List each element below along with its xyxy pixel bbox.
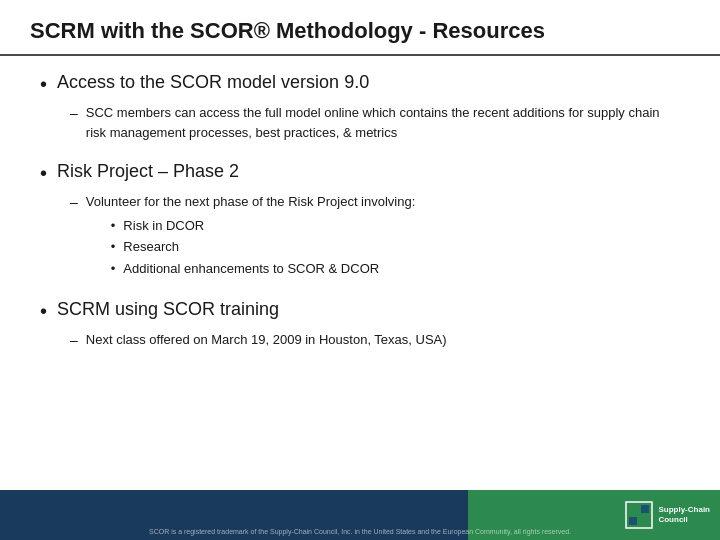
slide-footer: SCOR is a registered trademark of the Su…: [0, 490, 720, 540]
bullet-dot-1: •: [40, 71, 47, 97]
nested-dot-2-1: •: [111, 216, 116, 236]
bullet-text-2: Risk Project – Phase 2: [57, 160, 239, 183]
sub-text-2-1: Volunteer for the next phase of the Risk…: [86, 194, 416, 209]
bullet-item-3: • SCRM using SCOR training – Next class …: [40, 298, 680, 351]
slide-title: SCRM with the SCOR® Methodology - Resour…: [30, 18, 690, 44]
svg-rect-1: [629, 505, 637, 513]
slide: SCRM with the SCOR® Methodology - Resour…: [0, 0, 720, 540]
dash-icon-1-1: –: [70, 103, 78, 124]
bullet-dot-3: •: [40, 298, 47, 324]
nested-text-2-1: Risk in DCOR: [123, 216, 204, 236]
nested-dot-2-3: •: [111, 259, 116, 279]
sub-items-1: – SCC members can access the full model …: [70, 103, 680, 142]
sub-dash-2-1: – Volunteer for the next phase of the Ri…: [70, 192, 680, 280]
dash-icon-2-1: –: [70, 192, 78, 213]
bullet-item-1: • Access to the SCOR model version 9.0 –…: [40, 71, 680, 142]
nested-text-2-3: Additional enhancements to SCOR & DCOR: [123, 259, 379, 279]
dash-icon-3-1: –: [70, 330, 78, 351]
sub-dash-3-1: – Next class offered on March 19, 2009 i…: [70, 330, 680, 351]
bullet-text-3: SCRM using SCOR training: [57, 298, 279, 321]
sub-content-2-1: Volunteer for the next phase of the Risk…: [86, 192, 416, 280]
sub-text-1-1: SCC members can access the full model on…: [86, 103, 680, 142]
bullet-text-1: Access to the SCOR model version 9.0: [57, 71, 369, 94]
footer-logo-text-area: Supply-Chain Council: [658, 505, 710, 524]
nested-bullets-2: • Risk in DCOR • Research • Additional e…: [111, 216, 416, 279]
footer-logo-line1: Supply-Chain: [658, 505, 710, 515]
bullet-main-1: • Access to the SCOR model version 9.0: [40, 71, 680, 97]
footer-logo: Supply-Chain Council: [625, 490, 710, 540]
sub-text-3-1: Next class offered on March 19, 2009 in …: [86, 330, 447, 350]
nested-text-2-2: Research: [123, 237, 179, 257]
svg-rect-3: [629, 517, 637, 525]
svg-rect-4: [641, 517, 649, 525]
footer-logo-line2: Council: [658, 515, 710, 525]
footer-trademark-text: SCOR is a registered trademark of the Su…: [149, 528, 571, 535]
bullet-dot-2: •: [40, 160, 47, 186]
nested-item-2-3: • Additional enhancements to SCOR & DCOR: [111, 259, 416, 279]
sub-items-3: – Next class offered on March 19, 2009 i…: [70, 330, 680, 351]
sub-dash-1-1: – SCC members can access the full model …: [70, 103, 680, 142]
bullet-main-3: • SCRM using SCOR training: [40, 298, 680, 324]
nested-item-2-1: • Risk in DCOR: [111, 216, 416, 236]
bullet-item-2: • Risk Project – Phase 2 – Volunteer for…: [40, 160, 680, 280]
slide-header: SCRM with the SCOR® Methodology - Resour…: [0, 0, 720, 56]
nested-dot-2-2: •: [111, 237, 116, 257]
slide-content: • Access to the SCOR model version 9.0 –…: [0, 56, 720, 490]
nested-item-2-2: • Research: [111, 237, 416, 257]
sub-items-2: – Volunteer for the next phase of the Ri…: [70, 192, 680, 280]
svg-rect-2: [641, 505, 649, 513]
supply-chain-council-logo-icon: [625, 501, 653, 529]
bullet-main-2: • Risk Project – Phase 2: [40, 160, 680, 186]
